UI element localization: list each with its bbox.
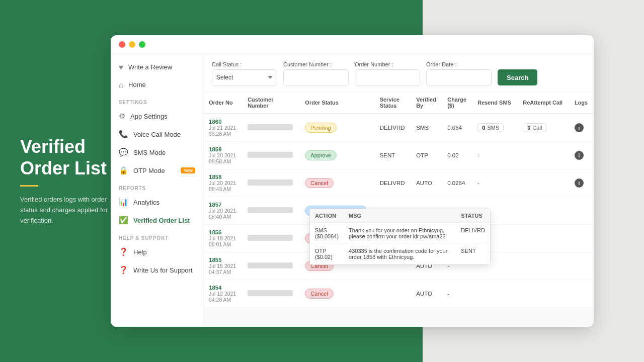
col-service-status: ServiceStatus	[375, 92, 412, 114]
resend-sms-btn[interactable]: 0 SMS	[477, 123, 504, 132]
window-body: ♥ Write a Review ⌂ Home SETTINGS ⚙ App S…	[111, 54, 594, 327]
sidebar-item-write-review[interactable]: ♥ Write a Review	[111, 58, 203, 76]
verified-list-icon: ✅	[119, 216, 128, 225]
help-section-label: HELP & SUPPORT	[111, 229, 203, 243]
table-row: 1858 Jul 20 202108:43 AM Cancel DELIVRD …	[204, 169, 594, 197]
customer-number-cell	[243, 252, 300, 280]
reattempt-cell	[518, 197, 570, 225]
sidebar-item-write-support[interactable]: ❓ Write Us for Support	[111, 261, 203, 279]
sidebar-item-app-settings[interactable]: ⚙ App Settings	[111, 107, 203, 125]
popup-col-msg: MSG	[344, 209, 456, 223]
status-badge: Pending	[305, 123, 336, 133]
charge-cell: -	[442, 280, 472, 308]
order-number-label: Order Number :	[355, 61, 420, 67]
verified-by-cell: AUTO	[411, 280, 442, 308]
close-dot[interactable]	[119, 41, 125, 48]
sidebar-item-home[interactable]: ⌂ Home	[111, 76, 203, 94]
popup-row: SMS($0.0064) Thank you for your order on…	[310, 223, 490, 244]
customer-number-label: Customer Number :	[283, 61, 349, 67]
sidebar-label-app-settings: App Settings	[130, 113, 168, 120]
service-status-cell: SENT	[375, 142, 412, 169]
sidebar-item-analytics[interactable]: 📊 Analytics	[111, 193, 203, 211]
sidebar: ♥ Write a Review ⌂ Home SETTINGS ⚙ App S…	[111, 54, 204, 327]
order-link[interactable]: 1860	[209, 119, 222, 125]
app-window: ♥ Write a Review ⌂ Home SETTINGS ⚙ App S…	[111, 35, 594, 327]
order-date-label: Order Date :	[426, 61, 492, 67]
page-description: Verified orders logs with order status a…	[20, 195, 121, 226]
order-no-cell: 1854 Jul 12 202104:28 AM	[204, 280, 243, 308]
call-status-select[interactable]: Select	[212, 69, 277, 85]
order-date-input[interactable]	[426, 69, 492, 85]
customer-number-cell	[243, 142, 300, 169]
blurred-number	[248, 290, 293, 296]
order-link[interactable]: 1859	[209, 146, 222, 152]
info-icon[interactable]: i	[575, 151, 584, 160]
title-divider	[20, 185, 38, 187]
blurred-number	[248, 235, 293, 241]
popup-row: OTP($0.02) 430335 is the confirmation co…	[310, 244, 490, 264]
service-status-cell: DELIVRD	[375, 114, 412, 142]
popup-msg-cell: 430335 is the confirmation code for your…	[344, 244, 456, 264]
titlebar	[111, 35, 594, 54]
minimize-dot[interactable]	[129, 41, 135, 48]
sidebar-item-help[interactable]: ❓ Help	[111, 243, 203, 261]
table-header-row: Order No CustomerNumber Order Status Ser…	[204, 92, 594, 114]
table-row: 1859 Jul 20 202108:58 AM Approve SENT OT…	[204, 142, 594, 169]
call-status-label: Call Status :	[212, 61, 277, 67]
info-icon[interactable]: i	[575, 178, 584, 188]
help-icon: ❓	[119, 247, 128, 256]
order-date: Jul 12 202104:28 AM	[209, 291, 236, 303]
logs-cell: i	[570, 142, 594, 169]
reattempt-cell	[518, 169, 570, 197]
resend-sms-cell: -	[472, 142, 518, 169]
blurred-number	[248, 124, 293, 130]
popup-action-cell: OTP($0.02)	[310, 244, 344, 264]
order-link[interactable]: 1855	[209, 257, 222, 263]
new-badge: New	[181, 167, 195, 173]
verified-by-cell: AUTO	[411, 169, 442, 197]
order-link[interactable]: 1858	[209, 174, 222, 180]
col-charge: Charge($)	[442, 92, 472, 114]
page-title: Verified Order List	[20, 136, 121, 179]
order-date: Jul 20 202108:40 AM	[209, 208, 236, 220]
sidebar-item-voice-call-mode[interactable]: 📞 Voice Call Mode	[111, 125, 203, 143]
sidebar-label-write-review: Write a Review	[128, 63, 172, 71]
col-order-no: Order No	[204, 92, 243, 114]
reattempt-cell	[518, 280, 570, 308]
customer-number-input[interactable]	[283, 69, 349, 85]
order-number-input[interactable]	[355, 69, 420, 85]
blurred-number	[248, 207, 293, 213]
popup-status-cell: SENT	[456, 244, 490, 264]
table-row: 1860 Jul 21 202108:28 AM Pending DELIVRD…	[204, 114, 594, 142]
analytics-icon: 📊	[119, 198, 128, 207]
sidebar-item-sms-mode[interactable]: 💬 SMS Mode	[111, 143, 203, 161]
order-link[interactable]: 1856	[209, 229, 222, 235]
blurred-number	[248, 152, 293, 158]
maximize-dot[interactable]	[139, 41, 145, 48]
sidebar-item-verified-order-list[interactable]: ✅ Verified Order List	[111, 211, 203, 229]
order-no-cell: 1859 Jul 20 202108:58 AM	[204, 142, 243, 169]
sidebar-label-home: Home	[128, 81, 146, 88]
heart-icon: ♥	[119, 63, 123, 71]
sidebar-label-otp-mode: OTP Mode	[133, 167, 165, 174]
table-row: 1854 Jul 12 202104:28 AM Cancel AUTO -	[204, 280, 594, 308]
status-badge: Cancel	[305, 289, 333, 299]
order-no-cell: 1858 Jul 20 202108:43 AM	[204, 169, 243, 197]
reattempt-cell	[518, 225, 570, 252]
sidebar-label-analytics: Analytics	[133, 199, 159, 206]
charge-cell: 0.064	[442, 114, 472, 142]
order-link[interactable]: 1854	[209, 285, 222, 291]
logs-cell	[570, 225, 594, 252]
info-icon[interactable]: i	[575, 123, 584, 132]
charge-cell: 0.0264	[442, 169, 472, 197]
reattempt-cell	[518, 142, 570, 169]
col-resend-sms: Resend SMS	[472, 92, 518, 114]
main-content: Call Status : Select Customer Number : O…	[204, 54, 594, 327]
sidebar-item-otp-mode[interactable]: 🔒 OTP Mode New	[111, 161, 203, 179]
order-link[interactable]: 1857	[209, 202, 222, 208]
sidebar-label-sms-mode: SMS Mode	[133, 149, 166, 156]
search-button[interactable]: Search	[498, 69, 537, 85]
order-no-cell: 1860 Jul 21 202108:28 AM	[204, 114, 243, 142]
popup-action-cell: SMS($0.0064)	[310, 223, 344, 244]
reattempt-call-btn[interactable]: 0 Call	[523, 123, 546, 132]
